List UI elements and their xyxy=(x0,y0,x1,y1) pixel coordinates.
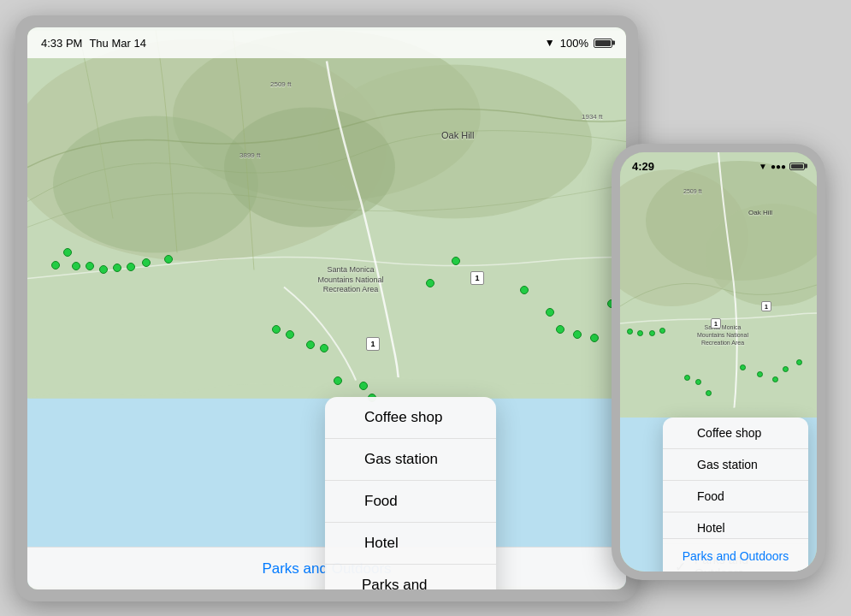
highway-shield-2: 1 xyxy=(470,271,484,285)
phone-highway-shield: 1 xyxy=(711,318,721,329)
tablet-device: 4:33 PM Thu Mar 14 ▼ 100% xyxy=(15,15,638,601)
phone-map-label-oak-hill: Oak Hill xyxy=(748,209,772,216)
tablet-dropdown-item-hotel[interactable]: Hotel xyxy=(325,523,496,565)
phone-battery-icon xyxy=(789,163,805,170)
phone-dropdown-item-food[interactable]: Food xyxy=(663,481,808,512)
tablet-dropdown-item-coffee-shop[interactable]: Coffee shop xyxy=(325,397,496,439)
tablet-screen: 4:33 PM Thu Mar 14 ▼ 100% xyxy=(27,27,626,589)
tablet-time: 4:33 PM xyxy=(41,37,82,50)
phone-dropdown-item-gas-station[interactable]: Gas station xyxy=(663,449,808,481)
tablet-dropdown-item-food[interactable]: Food xyxy=(325,481,496,523)
wifi-icon: ▼ xyxy=(545,37,555,49)
tablet-dropdown-item-gas-station[interactable]: Gas station xyxy=(325,439,496,481)
battery-icon xyxy=(594,38,612,48)
elevation-label-3: 1934 ft xyxy=(582,113,602,121)
phone-dropdown-item-coffee-shop[interactable]: Coffee shop xyxy=(663,418,808,449)
map-label-oak-hill: Oak Hill xyxy=(441,130,475,140)
phone-device: 4:29 ▼ ●●● Oak Hill Sa xyxy=(612,144,825,580)
elevation-label-2: 3899 ft xyxy=(239,151,260,159)
phone-time: 4:29 xyxy=(632,160,654,173)
tablet-dropdown-item-parks[interactable]: Parks and Outdoors xyxy=(325,565,496,589)
phone-elevation-label: 2509 ft xyxy=(683,188,701,194)
battery-percent: 100% xyxy=(560,37,588,50)
tablet-status-bar: 4:33 PM Thu Mar 14 ▼ 100% xyxy=(27,27,626,58)
phone-bottom-bar[interactable]: Parks and Outdoors xyxy=(663,538,808,572)
tablet-date: Thu Mar 14 xyxy=(89,37,145,50)
highway-shield-1: 1 xyxy=(366,337,380,351)
phone-status-bar: 4:29 ▼ ●●● xyxy=(620,152,817,176)
phone-screen: 4:29 ▼ ●●● Oak Hill Sa xyxy=(620,152,817,572)
svg-point-4 xyxy=(53,116,258,253)
phone-map-label-santa-monica: Santa Monica Mountains National Recreati… xyxy=(697,323,748,346)
phone-dropdown-menu: Coffee shop Gas station Food Hotel Parks… xyxy=(663,418,808,572)
tablet-dropdown-menu: Coffee shop Gas station Food Hotel Parks… xyxy=(325,397,496,589)
phone-wifi-icon: ▼ xyxy=(759,162,767,171)
elevation-label-1: 2509 ft xyxy=(270,80,291,88)
phone-highway-shield-2: 1 xyxy=(761,301,771,311)
phone-signal-icon: ●●● xyxy=(771,162,786,171)
map-label-santa-monica: Santa Monica Mountains National Recreati… xyxy=(316,265,385,295)
